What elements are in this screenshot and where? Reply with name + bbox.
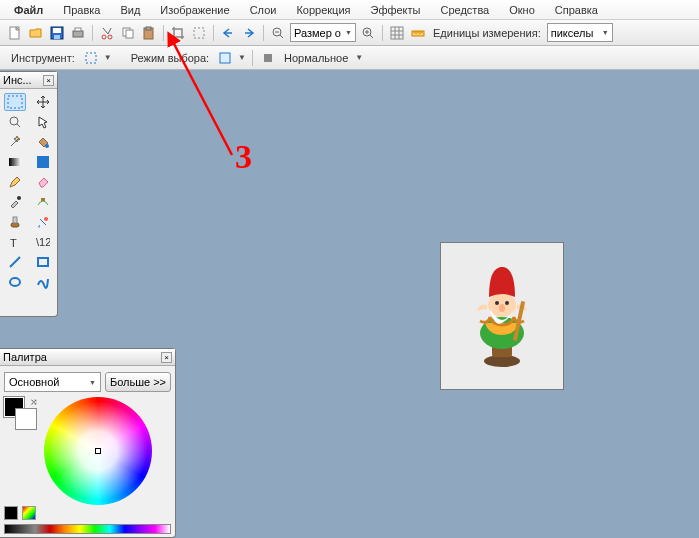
tool-wand[interactable] — [4, 133, 26, 151]
tool-recolor[interactable] — [4, 213, 26, 231]
palette-title-text: Палитра — [3, 351, 47, 363]
tool-bucket[interactable] — [32, 133, 54, 151]
copy-button[interactable] — [119, 24, 137, 42]
palette-preset-combo[interactable]: Основной — [4, 372, 101, 392]
svg-rect-15 — [391, 27, 403, 39]
palette-panel: Палитра × Основной Больше >> ⤭ — [0, 348, 176, 538]
tool-line[interactable]: \12 — [32, 233, 54, 251]
current-tool-icon[interactable] — [82, 49, 100, 67]
svg-rect-23 — [9, 158, 21, 166]
svg-point-33 — [10, 278, 20, 286]
tool-clone[interactable] — [32, 193, 54, 211]
annotation-number: 3 — [235, 138, 252, 176]
swap-colors-icon[interactable]: ⤭ — [30, 397, 38, 407]
tool-dropper[interactable] — [4, 193, 26, 211]
new-button[interactable] — [6, 24, 24, 42]
tool-pencil[interactable] — [4, 173, 26, 191]
svg-rect-24 — [37, 156, 49, 168]
tool-lasso[interactable] — [4, 113, 26, 131]
units-value: пикселы — [551, 27, 594, 39]
tool-eraser[interactable] — [32, 173, 54, 191]
svg-point-39 — [505, 301, 509, 305]
units-combo[interactable]: пикселы — [547, 23, 613, 42]
tool-move[interactable] — [32, 93, 54, 111]
svg-rect-12 — [194, 28, 204, 38]
zoom-combo[interactable]: Размер окна — [290, 23, 356, 42]
menubar: Файл Правка Вид Изображение Слои Коррекц… — [0, 0, 699, 20]
svg-rect-27 — [11, 223, 19, 227]
menu-help[interactable]: Справка — [545, 2, 608, 18]
color-swatches[interactable]: ⤭ — [4, 397, 38, 505]
save-button[interactable] — [48, 24, 66, 42]
blend-icon[interactable] — [259, 49, 277, 67]
palette-more-button[interactable]: Больше >> — [105, 372, 171, 392]
tool-stamp[interactable] — [32, 213, 54, 231]
svg-point-25 — [17, 196, 21, 200]
svg-point-6 — [102, 35, 106, 39]
tool-freeform[interactable] — [32, 273, 54, 291]
svg-point-22 — [45, 144, 49, 148]
toolbox-panel: Инс... × T \12 — [0, 71, 58, 317]
deselect-button[interactable] — [190, 24, 208, 42]
menu-image[interactable]: Изображение — [150, 2, 239, 18]
svg-point-7 — [108, 35, 112, 39]
svg-rect-20 — [8, 96, 22, 108]
svg-rect-9 — [126, 30, 133, 38]
tool-gradient[interactable] — [4, 153, 26, 171]
crop-button[interactable] — [169, 24, 187, 42]
svg-rect-19 — [264, 54, 272, 62]
gnome-figure-icon — [467, 261, 537, 371]
svg-rect-28 — [13, 217, 17, 223]
svg-rect-2 — [53, 28, 61, 33]
palette-sw1[interactable] — [4, 506, 18, 520]
palette-title-bar[interactable]: Палитра × — [0, 349, 175, 366]
tool-pointer[interactable] — [32, 113, 54, 131]
palette-sw2[interactable] — [22, 506, 36, 520]
menu-adjust[interactable]: Коррекция — [286, 2, 360, 18]
svg-rect-17 — [86, 53, 96, 63]
svg-point-29 — [44, 217, 48, 221]
tool-rrect[interactable] — [32, 253, 54, 271]
svg-point-38 — [495, 301, 499, 305]
tool-text[interactable]: T — [4, 233, 26, 251]
svg-rect-11 — [146, 27, 151, 30]
menu-view[interactable]: Вид — [110, 2, 150, 18]
undo-button[interactable] — [219, 24, 237, 42]
toolbox-title-text: Инс... — [3, 74, 32, 86]
zoom-out-button[interactable] — [269, 24, 287, 42]
menu-layers[interactable]: Слои — [240, 2, 287, 18]
svg-rect-3 — [54, 35, 60, 39]
menu-edit[interactable]: Правка — [53, 2, 110, 18]
toolbox-close-icon[interactable]: × — [43, 75, 54, 86]
menu-file[interactable]: Файл — [4, 2, 53, 18]
svg-point-41 — [499, 267, 505, 273]
menu-tools[interactable]: Средства — [431, 2, 500, 18]
print-button[interactable] — [69, 24, 87, 42]
zoom-combo-label: Размер окна — [294, 27, 341, 39]
tool-brush[interactable] — [32, 153, 54, 171]
tool-options-bar: Инструмент: ▼ Режим выбора: ▼ Нормальное… — [0, 46, 699, 70]
zoom-in-button[interactable] — [359, 24, 377, 42]
tool-ellipse[interactable] — [4, 273, 26, 291]
palette-close-icon[interactable]: × — [161, 352, 172, 363]
units-label: Единицы измерения: — [430, 27, 544, 39]
ruler-button[interactable] — [409, 24, 427, 42]
svg-point-40 — [499, 304, 505, 312]
color-wheel[interactable] — [44, 397, 152, 505]
open-button[interactable] — [27, 24, 45, 42]
cut-button[interactable] — [98, 24, 116, 42]
mode-icon[interactable] — [216, 49, 234, 67]
paste-button[interactable] — [140, 24, 158, 42]
tool-rect[interactable] — [4, 253, 26, 271]
svg-rect-5 — [75, 28, 81, 31]
menu-effects[interactable]: Эффекты — [360, 2, 430, 18]
tool-rect-select[interactable] — [4, 93, 26, 111]
color-strip[interactable] — [4, 524, 171, 534]
redo-button[interactable] — [240, 24, 258, 42]
grid-button[interactable] — [388, 24, 406, 42]
toolbox-title-bar[interactable]: Инс... × — [0, 72, 57, 89]
menu-window[interactable]: Окно — [499, 2, 545, 18]
background-swatch[interactable] — [16, 409, 36, 429]
pasted-image[interactable] — [440, 242, 564, 390]
svg-rect-18 — [220, 53, 230, 63]
